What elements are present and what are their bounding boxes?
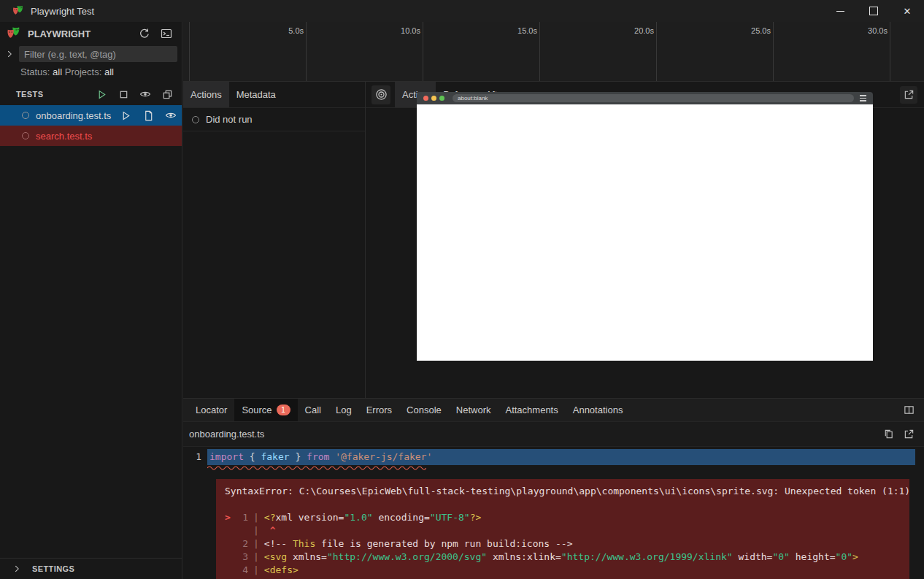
error-code-frame: >1|<?xml version="1.0" encoding="UTF-8"?…	[225, 511, 902, 577]
tab-source-label: Source	[242, 404, 272, 415]
status-label: Status:	[20, 66, 50, 77]
code-token: '@faker-js/faker'	[335, 451, 432, 462]
minimize-button[interactable]	[823, 0, 857, 22]
code-token: }	[290, 451, 307, 462]
tab-metadata[interactable]: Metadata	[229, 82, 283, 107]
maximize-button[interactable]	[857, 0, 890, 22]
code-token: svg	[270, 551, 287, 562]
test-item-label: search.test.ts	[36, 131, 92, 142]
code-frame-line: | ^	[225, 524, 902, 537]
timeline-tick: 30.0s	[890, 22, 890, 81]
stop-button[interactable]	[115, 86, 131, 102]
code-token: >	[852, 551, 858, 562]
status-line: Status: all Projects: all	[0, 63, 182, 82]
code-token: import	[209, 451, 244, 462]
test-item-label: onboarding.test.ts	[36, 110, 111, 121]
syntax-error-block: SyntaxError: C:\Courses\EpicWeb\full-sta…	[216, 479, 909, 579]
middle-region: Actions Metadata Did not run Action Befo…	[183, 82, 924, 398]
code-token: version=	[293, 512, 344, 523]
settings-section-header[interactable]: SETTINGS	[0, 558, 182, 579]
pick-locator-button[interactable]	[371, 85, 390, 104]
did-not-run-item: Did not run	[183, 108, 365, 131]
timeline[interactable]: 5.0s10.0s15.0s20.0s25.0s30.0s	[183, 22, 924, 82]
filter-input[interactable]	[19, 46, 177, 62]
close-icon: ✕	[904, 7, 912, 16]
run-test-button[interactable]	[118, 107, 134, 123]
show-source-button[interactable]	[140, 107, 156, 123]
code-token: "http://www.w3.org/1999/xlink"	[561, 551, 733, 562]
playwright-logo-icon	[12, 4, 25, 18]
window-title: Playwright Test	[31, 6, 823, 17]
filter-row	[0, 45, 182, 63]
code-token: encoding=	[373, 512, 430, 523]
code-token: {	[244, 451, 261, 462]
source-viewer: 1 import { faker } from '@faker-js/faker…	[183, 447, 924, 579]
copy-icon[interactable]	[880, 426, 896, 442]
did-not-run-label: Did not run	[206, 114, 253, 125]
code-token: "0"	[772, 551, 789, 562]
status-value[interactable]: all	[53, 66, 62, 77]
watch-test-button[interactable]	[163, 107, 179, 123]
chevron-right-icon[interactable]	[1, 46, 18, 62]
source-code-line: import { faker } from '@faker-js/faker'	[207, 449, 915, 465]
timeline-tick: 10.0s	[423, 22, 423, 81]
open-source-external-button[interactable]	[901, 426, 917, 442]
tab-call[interactable]: Call	[298, 399, 328, 421]
tab-locator[interactable]: Locator	[188, 399, 234, 421]
source-file-bar: onboarding.test.ts	[183, 422, 924, 447]
code-frame-line: 4|<defs>	[225, 564, 902, 577]
tab-network[interactable]: Network	[449, 399, 498, 421]
code-token: <?	[264, 512, 276, 523]
test-item-search[interactable]: search.test.ts	[0, 126, 182, 146]
actions-pane-tabs: Actions Metadata	[183, 82, 365, 108]
source-file-name: onboarding.test.ts	[189, 429, 264, 440]
timeline-tick: 25.0s	[773, 22, 774, 81]
terminal-button[interactable]	[158, 26, 174, 42]
tab-actions[interactable]: Actions	[183, 82, 229, 107]
tab-source[interactable]: Source 1	[234, 399, 297, 421]
browser-chrome-bar: about:blank	[417, 92, 873, 104]
details-pane: Locator Source 1 Call Log Errors Console…	[183, 398, 924, 579]
playwright-test-window: Playwright Test ✕ PLAYWRIGHT	[0, 0, 924, 579]
url-bar: about:blank	[453, 94, 854, 102]
reload-tests-button[interactable]	[136, 26, 153, 42]
tab-errors[interactable]: Errors	[359, 399, 399, 421]
tab-attachments[interactable]: Attachments	[498, 399, 565, 421]
maximize-icon	[869, 7, 878, 15]
playwright-masks-icon	[6, 26, 22, 42]
code-token: ^	[264, 525, 276, 536]
projects-value[interactable]: all	[104, 66, 114, 77]
close-button[interactable]: ✕	[890, 0, 924, 22]
sidebar-header: PLAYWRIGHT	[0, 22, 182, 45]
error-message: SyntaxError: C:\Courses\EpicWeb\full-sta…	[225, 485, 902, 498]
timeline-tick: 5.0s	[306, 22, 307, 81]
run-all-button[interactable]	[93, 86, 109, 102]
tab-annotations[interactable]: Annotations	[566, 399, 631, 421]
snapshot-page[interactable]	[417, 104, 873, 361]
traffic-light-yellow-icon	[431, 96, 436, 101]
code-frame-line: 3|<svg xmlns="http://www.w3.org/2000/svg…	[225, 551, 902, 564]
circle-outline-icon	[192, 116, 199, 123]
code-token: <defs>	[264, 564, 299, 575]
tab-log[interactable]: Log	[328, 399, 359, 421]
code-token: <	[264, 551, 270, 562]
test-item-onboarding[interactable]: onboarding.test.ts	[0, 105, 182, 126]
watch-all-button[interactable]	[137, 86, 153, 102]
line-number: 1	[183, 449, 207, 465]
split-view-button[interactable]	[900, 402, 917, 419]
open-snapshot-external-button[interactable]	[900, 86, 917, 104]
tab-console[interactable]: Console	[399, 399, 449, 421]
minimize-icon	[836, 11, 844, 12]
code-token: from	[307, 451, 329, 462]
code-token: "http://www.w3.org/2000/svg"	[327, 551, 487, 562]
sidebar: PLAYWRIGHT Status: all Projects: all TES…	[0, 22, 182, 579]
collapse-all-icon[interactable]	[159, 86, 175, 102]
code-token: "1.0"	[344, 512, 372, 523]
tests-section-header: TESTS	[0, 83, 182, 105]
code-token: xml	[275, 512, 292, 523]
code-token: xmlns:xlink=	[487, 551, 561, 562]
test-status-circle-icon	[22, 112, 29, 119]
traffic-light-red-icon	[423, 96, 428, 101]
test-status-circle-icon	[22, 132, 29, 139]
traffic-light-green-icon	[439, 96, 444, 101]
